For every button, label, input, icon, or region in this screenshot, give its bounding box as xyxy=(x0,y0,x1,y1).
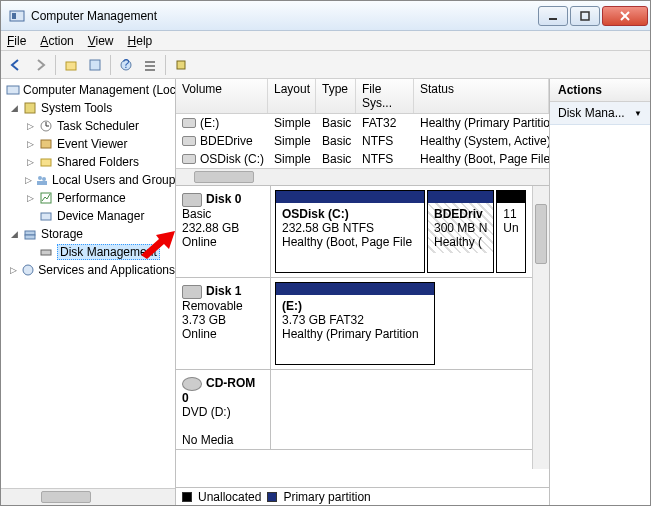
device-icon xyxy=(38,208,54,224)
tree-services[interactable]: ▷Services and Applications xyxy=(1,261,175,279)
collapse-icon[interactable]: ◢ xyxy=(9,229,19,239)
tree-shared-folders[interactable]: ▷Shared Folders xyxy=(1,153,175,171)
menubar: File Action View Help xyxy=(1,31,650,51)
volume-row[interactable]: (E:)SimpleBasicFAT32Healthy (Primary Par… xyxy=(176,114,549,132)
legend-swatch-primary xyxy=(267,492,277,502)
tree-performance[interactable]: ▷Performance xyxy=(1,189,175,207)
volume-h-scrollbar[interactable] xyxy=(176,168,549,185)
help-button[interactable]: ? xyxy=(115,54,137,76)
expand-icon[interactable]: ▷ xyxy=(25,193,35,203)
disk-row-cd[interactable]: CD-ROM 0 DVD (D:) No Media xyxy=(176,370,549,450)
tools-icon xyxy=(22,100,38,116)
tree-storage[interactable]: ◢Storage xyxy=(1,225,175,243)
window-title: Computer Management xyxy=(31,9,536,23)
svg-point-29 xyxy=(23,265,33,275)
partition-c[interactable]: OSDisk (C:)232.58 GB NTFSHealthy (Boot, … xyxy=(275,190,425,273)
svg-rect-19 xyxy=(41,140,51,148)
tree-task-scheduler[interactable]: ▷Task Scheduler xyxy=(1,117,175,135)
maximize-button[interactable] xyxy=(570,6,600,26)
volume-icon xyxy=(182,136,196,146)
view-list-button[interactable] xyxy=(139,54,161,76)
users-icon xyxy=(35,172,49,188)
svg-rect-1 xyxy=(12,13,16,19)
col-volume[interactable]: Volume xyxy=(176,79,268,113)
cd-icon xyxy=(182,377,202,391)
computer-icon xyxy=(6,82,20,98)
nav-tree: Computer Management (Local) ◢ System Too… xyxy=(1,79,175,488)
disk-icon xyxy=(182,285,202,299)
dropdown-arrow-icon: ▼ xyxy=(634,109,642,118)
menu-help[interactable]: Help xyxy=(128,34,153,48)
partition-unallocated[interactable]: 11Un xyxy=(496,190,525,273)
expand-icon[interactable]: ▷ xyxy=(25,121,35,131)
disk-info: Disk 1 Removable 3.73 GB Online xyxy=(176,278,271,369)
center-pane: Volume Layout Type File Sys... Status (E… xyxy=(176,79,550,505)
properties-button[interactable] xyxy=(84,54,106,76)
partition-e[interactable]: (E:)3.73 GB FAT32Healthy (Primary Partit… xyxy=(275,282,435,365)
disk-v-scrollbar[interactable] xyxy=(532,186,549,469)
tree-h-scrollbar[interactable] xyxy=(1,488,175,505)
forward-button[interactable] xyxy=(29,54,51,76)
performance-icon xyxy=(38,190,54,206)
col-type[interactable]: Type xyxy=(316,79,356,113)
back-button[interactable] xyxy=(5,54,27,76)
actions-pane: Actions Disk Mana... ▼ xyxy=(550,79,650,505)
legend: Unallocated Primary partition xyxy=(176,487,549,505)
expand-icon[interactable]: ▷ xyxy=(25,139,35,149)
up-button[interactable] xyxy=(60,54,82,76)
svg-rect-25 xyxy=(41,213,51,220)
clock-icon xyxy=(38,118,54,134)
collapse-icon[interactable]: ◢ xyxy=(9,103,19,113)
svg-rect-3 xyxy=(581,12,589,20)
close-button[interactable] xyxy=(602,6,648,26)
tree-disk-management[interactable]: Disk Management xyxy=(1,243,175,261)
expand-icon[interactable]: ▷ xyxy=(25,157,35,167)
svg-rect-20 xyxy=(41,159,51,166)
svg-rect-6 xyxy=(66,62,76,70)
volume-list: Volume Layout Type File Sys... Status (E… xyxy=(176,79,549,186)
refresh-settings-button[interactable] xyxy=(170,54,192,76)
services-icon xyxy=(21,262,35,278)
svg-rect-10 xyxy=(145,61,155,63)
tree-pane: Computer Management (Local) ◢ System Too… xyxy=(1,79,176,505)
tree-local-users[interactable]: ▷Local Users and Groups xyxy=(1,171,175,189)
menu-file[interactable]: File xyxy=(7,34,26,48)
tree-root[interactable]: Computer Management (Local) xyxy=(1,81,175,99)
disk-row-0[interactable]: Disk 0 Basic 232.88 GB Online OSDisk (C:… xyxy=(176,186,549,278)
col-layout[interactable]: Layout xyxy=(268,79,316,113)
app-icon xyxy=(9,8,25,24)
folder-icon xyxy=(38,154,54,170)
legend-label: Unallocated xyxy=(198,490,261,504)
tree-event-viewer[interactable]: ▷Event Viewer xyxy=(1,135,175,153)
svg-rect-13 xyxy=(177,61,185,69)
legend-swatch-unallocated xyxy=(182,492,192,502)
toolbar: ? xyxy=(1,51,650,79)
expand-icon[interactable]: ▷ xyxy=(9,265,18,275)
col-status[interactable]: Status xyxy=(414,79,549,113)
disk-row-1[interactable]: Disk 1 Removable 3.73 GB Online (E:)3.73… xyxy=(176,278,549,370)
minimize-button[interactable] xyxy=(538,6,568,26)
legend-label: Primary partition xyxy=(283,490,370,504)
menu-view[interactable]: View xyxy=(88,34,114,48)
actions-header: Actions xyxy=(550,79,650,102)
svg-rect-26 xyxy=(25,231,35,235)
volume-row[interactable]: BDEDriveSimpleBasicNTFSHealthy (System, … xyxy=(176,132,549,150)
svg-rect-23 xyxy=(37,181,47,185)
main-area: Computer Management (Local) ◢ System Too… xyxy=(1,79,650,505)
svg-rect-27 xyxy=(25,235,35,239)
disk-graphical-view: Disk 0 Basic 232.88 GB Online OSDisk (C:… xyxy=(176,186,549,487)
volume-row[interactable]: OSDisk (C:)SimpleBasicNTFSHealthy (Boot,… xyxy=(176,150,549,168)
disk-info: CD-ROM 0 DVD (D:) No Media xyxy=(176,370,271,449)
tree-system-tools[interactable]: ◢ System Tools xyxy=(1,99,175,117)
storage-icon xyxy=(22,226,38,242)
volume-icon xyxy=(182,154,196,164)
svg-rect-7 xyxy=(90,60,100,70)
volume-header: Volume Layout Type File Sys... Status xyxy=(176,79,549,114)
partition-bdedrive[interactable]: BDEDriv300 MB NHealthy ( xyxy=(427,190,494,273)
tree-device-manager[interactable]: Device Manager xyxy=(1,207,175,225)
svg-point-21 xyxy=(38,176,42,180)
expand-icon[interactable]: ▷ xyxy=(25,175,32,185)
menu-action[interactable]: Action xyxy=(40,34,73,48)
actions-item-disk-management[interactable]: Disk Mana... ▼ xyxy=(550,102,650,125)
col-fs[interactable]: File Sys... xyxy=(356,79,414,113)
